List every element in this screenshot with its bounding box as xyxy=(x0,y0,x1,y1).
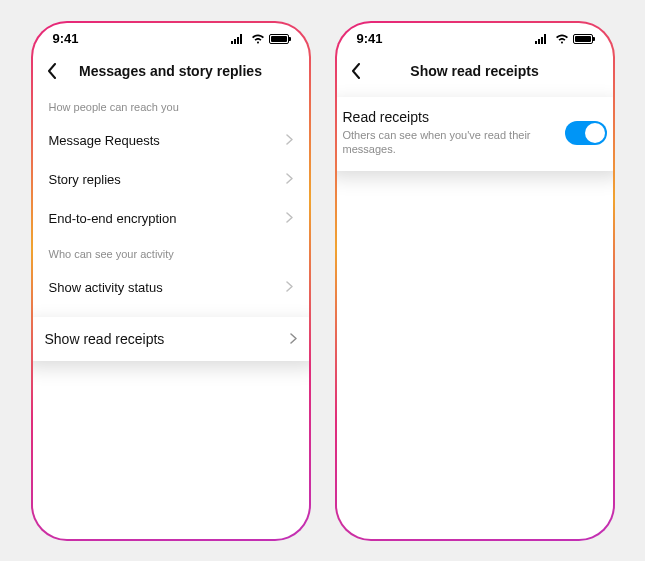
row-story-replies[interactable]: Story replies xyxy=(33,160,309,199)
card-subtitle: Others can see when you've read their me… xyxy=(343,128,553,158)
status-icons xyxy=(231,34,289,44)
header: Show read receipts xyxy=(337,55,613,91)
back-button[interactable] xyxy=(351,63,369,79)
section-reach-you: How people can reach you xyxy=(33,91,309,121)
row-label: End-to-end encryption xyxy=(49,211,177,226)
battery-icon xyxy=(573,34,593,44)
card-title: Read receipts xyxy=(343,109,553,125)
screen-right: 9:41 Show read receipts Read receipts Ot… xyxy=(337,23,613,539)
status-time: 9:41 xyxy=(357,31,383,46)
wifi-icon xyxy=(251,34,265,44)
chevron-right-icon xyxy=(286,133,293,148)
battery-icon xyxy=(269,34,289,44)
cell-signal-icon xyxy=(231,34,247,44)
row-activity-status[interactable]: Show activity status xyxy=(33,268,309,307)
back-button[interactable] xyxy=(47,63,65,79)
chevron-right-icon xyxy=(286,211,293,226)
wifi-icon xyxy=(555,34,569,44)
chevron-right-icon xyxy=(286,280,293,295)
row-label: Show read receipts xyxy=(45,331,165,347)
chevron-right-icon xyxy=(286,172,293,187)
page-title: Messages and story replies xyxy=(65,63,277,79)
page-title: Show read receipts xyxy=(369,63,581,79)
row-label: Story replies xyxy=(49,172,121,187)
row-message-requests[interactable]: Message Requests xyxy=(33,121,309,160)
phone-left: 9:41 Messages and story replies How peop… xyxy=(31,21,311,541)
row-e2e-encryption[interactable]: End-to-end encryption xyxy=(33,199,309,238)
chevron-right-icon xyxy=(290,331,297,347)
row-show-read-receipts[interactable]: Show read receipts xyxy=(33,317,309,361)
status-bar: 9:41 xyxy=(33,23,309,55)
header: Messages and story replies xyxy=(33,55,309,91)
read-receipts-toggle[interactable] xyxy=(565,121,607,145)
screen-left: 9:41 Messages and story replies How peop… xyxy=(33,23,309,539)
cell-signal-icon xyxy=(535,34,551,44)
row-label: Show activity status xyxy=(49,280,163,295)
section-activity: Who can see your activity xyxy=(33,238,309,268)
phone-right: 9:41 Show read receipts Read receipts Ot… xyxy=(335,21,615,541)
status-time: 9:41 xyxy=(53,31,79,46)
read-receipts-card: Read receipts Others can see when you've… xyxy=(337,97,613,172)
status-icons xyxy=(535,34,593,44)
row-label: Message Requests xyxy=(49,133,160,148)
status-bar: 9:41 xyxy=(337,23,613,55)
